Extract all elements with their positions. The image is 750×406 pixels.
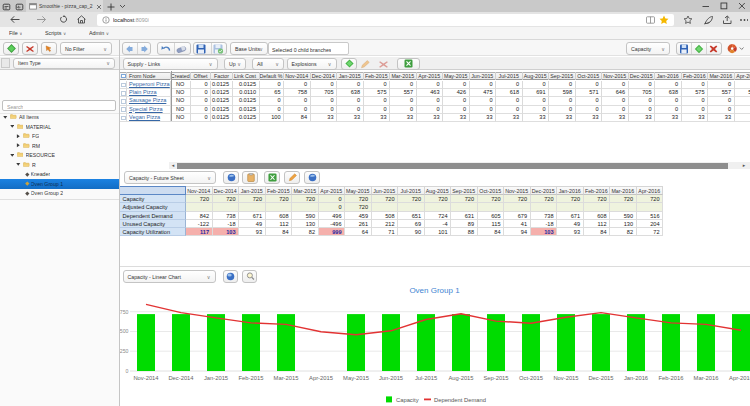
svg-text:Jul-2015: Jul-2015 — [415, 375, 437, 381]
svg-text:Apr-2016: Apr-2016 — [729, 375, 750, 381]
svg-text:Jan-2016: Jan-2016 — [624, 375, 648, 381]
svg-text:Mar-2016: Mar-2016 — [694, 375, 719, 381]
svg-text:Dec-2014: Dec-2014 — [168, 375, 194, 381]
svg-text:500: 500 — [120, 328, 129, 334]
svg-text:750: 750 — [120, 309, 129, 315]
svg-text:Nov-2015: Nov-2015 — [553, 375, 578, 381]
svg-text:May-2015: May-2015 — [343, 375, 369, 381]
svg-text:Dependent Demand: Dependent Demand — [434, 397, 486, 403]
svg-text:0: 0 — [126, 368, 129, 374]
svg-text:Dec-2015: Dec-2015 — [588, 375, 613, 381]
svg-text:Apr-2015: Apr-2015 — [309, 375, 333, 381]
svg-text:Sep-2015: Sep-2015 — [483, 375, 508, 381]
svg-text:Jan-2015: Jan-2015 — [204, 375, 228, 381]
svg-text:Mar-2015: Mar-2015 — [274, 375, 299, 381]
svg-text:Feb-2015: Feb-2015 — [239, 375, 264, 381]
svg-text:Aug-2015: Aug-2015 — [448, 375, 473, 381]
svg-text:250: 250 — [120, 348, 129, 354]
svg-text:Capacity: Capacity — [396, 397, 419, 403]
svg-text:Nov-2014: Nov-2014 — [133, 375, 159, 381]
svg-text:Oct-2015: Oct-2015 — [519, 375, 543, 381]
svg-text:Jun-2015: Jun-2015 — [379, 375, 403, 381]
svg-text:Feb-2016: Feb-2016 — [659, 375, 684, 381]
